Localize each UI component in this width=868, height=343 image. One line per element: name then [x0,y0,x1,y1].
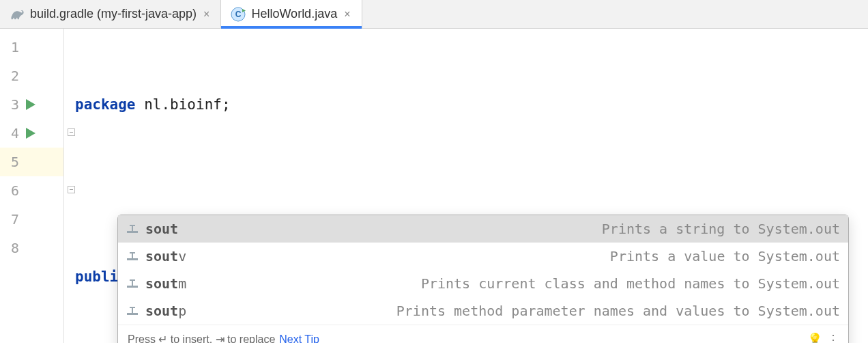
completion-item[interactable]: soutm Prints current class and method na… [118,270,848,297]
gutter-line[interactable]: 7 [0,205,63,234]
gradle-icon [10,7,25,22]
run-gutter-icon[interactable] [26,99,35,110]
completion-name: sout [145,221,178,237]
completion-name: soutv [145,248,186,264]
gutter-line[interactable]: 3 [0,90,63,119]
svg-marker-4 [26,128,35,139]
svg-rect-7 [130,225,135,226]
svg-rect-13 [130,279,135,281]
gutter-line[interactable]: 4 [0,119,63,148]
close-icon[interactable]: × [343,8,351,20]
completion-description: Prints a string to System.out [602,221,840,237]
completion-description: Prints method parameter names and values… [396,303,840,319]
next-tip-link[interactable]: Next Tip [279,333,319,344]
gutter-line[interactable]: 6 [0,176,63,205]
completion-name: soutm [145,275,186,292]
svg-rect-10 [130,252,135,253]
live-template-icon [126,250,139,262]
code-line[interactable] [64,176,868,205]
completion-item[interactable]: sout Prints a string to System.out [118,215,848,243]
editor-tab-bar: build.gradle (my-first-java-app) × C Hel… [0,0,868,29]
completion-item[interactable]: soutp Prints method parameter names and … [118,297,848,325]
completion-hint: Press ↵ to insert, ⇥ to replace [128,333,275,343]
live-template-icon [126,223,139,235]
more-options-icon[interactable]: ⋮ [826,331,839,344]
close-icon[interactable]: × [202,8,211,20]
svg-text:C: C [235,10,242,19]
svg-rect-16 [130,307,135,308]
tab-helloworld-java[interactable]: C HelloWorld.java × [221,0,362,28]
gutter-line[interactable]: 5 [0,148,63,176]
live-template-icon [126,305,139,317]
gutter-line[interactable]: 2 [0,61,63,90]
completion-name: soutp [145,303,186,319]
completion-footer: Press ↵ to insert, ⇥ to replace Next Tip… [118,325,848,343]
intention-bulb-icon[interactable]: 💡 [807,332,822,344]
gutter: 1 2 3 4 5 6 7 8 [0,29,64,343]
editor-area: 1 2 3 4 5 6 7 8 package nl.bioinf; publi… [0,29,868,343]
code-completion-popup: sout Prints a string to System.out soutv… [117,215,849,343]
run-gutter-icon[interactable] [26,128,35,139]
tab-build-gradle[interactable]: build.gradle (my-first-java-app) × [0,0,221,28]
completion-item[interactable]: soutv Prints a value to System.out [118,243,848,270]
code-line[interactable]: package nl.bioinf; [64,90,868,119]
completion-description: Prints current class and method names to… [421,275,840,292]
completion-description: Prints a value to System.out [610,248,840,264]
java-class-icon: C [231,7,246,22]
svg-marker-3 [26,99,35,110]
gutter-line[interactable]: 8 [0,234,63,262]
gutter-line[interactable]: 1 [0,33,63,61]
tab-label: HelloWorld.java [251,7,337,21]
live-template-icon [126,277,139,290]
tab-label: build.gradle (my-first-java-app) [30,7,197,21]
